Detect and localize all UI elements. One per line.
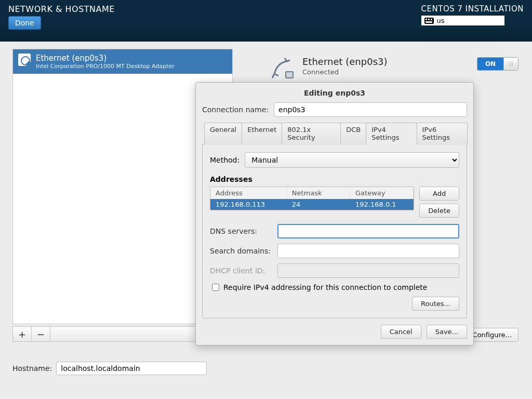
svg-rect-0 [286, 72, 293, 78]
interface-row[interactable]: Ethernet (enp0s3) Intel Corporation PRO/… [13, 49, 232, 74]
dhcp-client-id-label: DHCP client ID: [210, 267, 272, 275]
toggle-knob: ||| [503, 58, 518, 70]
tab-8021x-security[interactable]: 802.1x Security [282, 123, 341, 145]
body-area: Ethernet (enp0s3) Intel Corporation PRO/… [0, 42, 532, 399]
keyboard-layout-label: us [437, 17, 445, 24]
addresses-table[interactable]: Address Netmask Gateway 192.168.0.113 24… [210, 187, 414, 210]
require-ipv4-checkbox[interactable] [212, 284, 219, 291]
keyboard-icon [424, 18, 434, 24]
screen-title: NETWORK & HOSTNAME [8, 4, 115, 14]
col-address: Address [210, 187, 287, 199]
summary-title: Ethernet (enp0s3) [302, 56, 388, 67]
col-netmask: Netmask [287, 187, 350, 199]
hostname-label: Hostname: [12, 364, 52, 373]
dhcp-client-id-input [277, 263, 459, 278]
ethernet-large-icon [270, 56, 295, 81]
ipv4-tab-body: Method: Manual Addresses Address Netmask… [202, 145, 467, 318]
connection-name-label: Connection name: [202, 105, 269, 114]
dns-servers-input[interactable] [277, 224, 459, 238]
hostname-row: Hostname: [12, 362, 207, 375]
edit-connection-dialog: Editing enp0s3 Connection name: General … [195, 82, 474, 345]
cell-gateway: 192.168.0.1 [350, 199, 414, 210]
remove-interface-button[interactable]: − [32, 327, 50, 341]
method-select[interactable]: Manual [245, 152, 459, 168]
address-row[interactable]: 192.168.0.113 24 192.168.0.1 [210, 199, 414, 210]
dialog-title: Editing enp0s3 [202, 89, 467, 97]
save-button[interactable]: Save... [427, 325, 467, 339]
col-gateway: Gateway [350, 187, 414, 199]
require-ipv4-label: Require IPv4 addressing for this connect… [223, 283, 427, 291]
add-interface-button[interactable]: + [13, 327, 32, 341]
cell-netmask: 24 [287, 199, 350, 210]
connection-name-input[interactable] [274, 102, 467, 117]
done-button[interactable]: Done [8, 16, 41, 30]
summary-status: Connected [302, 68, 388, 76]
interface-title: Ethernet (enp0s3) [36, 54, 175, 63]
tab-ethernet[interactable]: Ethernet [242, 123, 282, 145]
add-address-button[interactable]: Add [419, 187, 459, 201]
cancel-button[interactable]: Cancel [381, 325, 421, 339]
tab-ipv4-settings[interactable]: IPv4 Settings [366, 123, 417, 145]
tab-ipv6-settings[interactable]: IPv6 Settings [417, 123, 468, 145]
top-bar: NETWORK & HOSTNAME Done CENTOS 7 INSTALL… [0, 0, 532, 42]
hostname-input[interactable] [56, 362, 207, 375]
routes-button[interactable]: Routes... [412, 297, 459, 311]
tab-general[interactable]: General [204, 123, 242, 145]
dns-servers-label: DNS servers: [210, 227, 272, 235]
interface-summary: Ethernet (enp0s3) Connected [270, 56, 388, 81]
connection-toggle[interactable]: ON ||| [477, 57, 518, 71]
search-domains-label: Search domains: [210, 247, 272, 255]
install-title: CENTOS 7 INSTALLATION [421, 4, 524, 14]
method-label: Method: [210, 156, 240, 164]
interface-subtitle: Intel Corporation PRO/1000 MT Desktop Ad… [36, 63, 175, 70]
keyboard-indicator[interactable]: us [421, 16, 504, 25]
ethernet-icon [18, 54, 31, 66]
tab-dcb[interactable]: DCB [340, 123, 366, 145]
addresses-heading: Addresses [210, 175, 459, 183]
delete-address-button[interactable]: Delete [419, 204, 459, 218]
dialog-tabs: General Ethernet 802.1x Security DCB IPv… [202, 122, 467, 145]
search-domains-input[interactable] [277, 244, 459, 258]
toggle-on-label: ON [477, 58, 503, 70]
cell-address: 192.168.0.113 [210, 199, 287, 210]
